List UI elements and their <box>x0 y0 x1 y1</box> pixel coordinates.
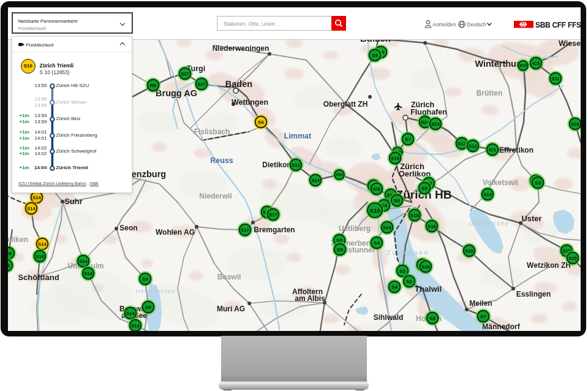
svg-text:IR35: IR35 <box>336 173 343 177</box>
svg-text:S14: S14 <box>79 259 88 264</box>
svg-text:S14: S14 <box>84 271 92 276</box>
svg-text:S24: S24 <box>431 121 440 127</box>
svg-text:S5: S5 <box>421 186 428 191</box>
svg-text:Sihlwald: Sihlwald <box>374 313 404 322</box>
svg-text:S14: S14 <box>27 206 36 211</box>
svg-text:Brütten: Brütten <box>477 89 503 97</box>
svg-text:S9: S9 <box>145 305 151 310</box>
svg-text:S12: S12 <box>469 143 477 149</box>
svg-text:S7: S7 <box>480 314 486 319</box>
svg-text:Muri AG: Muri AG <box>217 305 245 313</box>
svg-text:IC5: IC5 <box>532 61 540 66</box>
svg-text:Seon: Seon <box>119 224 137 232</box>
svg-text:Zürichsee: Zürichsee <box>386 249 429 256</box>
svg-text:Schöftland: Schöftland <box>18 273 59 282</box>
svg-text:S14: S14 <box>131 323 140 328</box>
svg-text:S7: S7 <box>405 137 411 142</box>
svg-text:S18: S18 <box>428 224 435 229</box>
svg-text:Suhr: Suhr <box>64 197 83 206</box>
svg-text:S17: S17 <box>241 227 249 233</box>
svg-text:S9: S9 <box>372 53 378 58</box>
svg-text:Uster: Uster <box>521 214 541 223</box>
svg-text:Effretikon: Effretikon <box>499 146 533 154</box>
svg-text:S6: S6 <box>258 120 264 125</box>
svg-text:S4: S4 <box>374 240 380 246</box>
svg-text:S24: S24 <box>383 225 391 230</box>
svg-text:Bremgarten: Bremgarten <box>254 226 295 234</box>
svg-text:Volketswil: Volketswil <box>483 178 518 187</box>
svg-text:S14: S14 <box>32 195 41 200</box>
svg-text:S14: S14 <box>483 192 492 197</box>
svg-text:S16: S16 <box>421 264 429 270</box>
svg-text:Baden: Baden <box>225 79 252 89</box>
svg-text:S14: S14 <box>126 311 135 316</box>
svg-text:S9: S9 <box>394 198 400 203</box>
svg-text:S8: S8 <box>8 251 12 256</box>
svg-text:Uetliberg: Uetliberg <box>339 224 371 233</box>
svg-text:Wettingen: Wettingen <box>232 98 268 107</box>
svg-text:Männedorf: Männedorf <box>482 322 520 331</box>
svg-text:S3: S3 <box>535 180 541 186</box>
svg-text:S4: S4 <box>391 284 398 290</box>
svg-text:S18: S18 <box>465 248 473 254</box>
svg-text:ICE: ICE <box>373 186 381 192</box>
svg-text:S9: S9 <box>142 276 148 282</box>
svg-text:S14: S14 <box>311 178 320 183</box>
svg-text:S14: S14 <box>36 254 44 259</box>
svg-text:Dietikon: Dietikon <box>262 161 291 169</box>
svg-text:S5: S5 <box>337 247 343 252</box>
svg-text:Thalwil: Thalwil <box>415 284 442 294</box>
svg-text:S18: S18 <box>410 213 418 218</box>
svg-text:S11: S11 <box>552 76 560 82</box>
svg-text:S8: S8 <box>429 316 435 321</box>
svg-text:Fislisbach: Fislisbach <box>194 127 230 136</box>
svg-text:Oberglatt ZH: Oberglatt ZH <box>323 100 368 108</box>
svg-text:enzburg: enzburg <box>132 169 166 179</box>
svg-text:IC1: IC1 <box>489 147 496 153</box>
svg-text:S12: S12 <box>458 141 466 146</box>
svg-text:Wohlen AG: Wohlen AG <box>156 228 195 237</box>
svg-text:S26: S26 <box>571 121 579 127</box>
svg-text:Niederweningen: Niederweningen <box>213 44 270 53</box>
svg-text:Wiese: Wiese <box>559 39 581 48</box>
svg-text:Greifensee: Greifensee <box>469 219 510 227</box>
svg-text:Winterthur: Winterthur <box>475 59 520 69</box>
svg-text:IR75: IR75 <box>519 64 527 67</box>
svg-text:Hallwilersee: Hallwilersee <box>135 287 176 294</box>
svg-text:Niederwil: Niederwil <box>199 192 232 200</box>
svg-text:Boswil: Boswil <box>217 273 241 281</box>
svg-text:ölliken: ölliken <box>8 235 28 244</box>
svg-text:S12: S12 <box>292 162 300 168</box>
svg-text:S14: S14 <box>38 241 47 247</box>
svg-text:S27: S27 <box>197 82 205 87</box>
svg-text:Reuss: Reuss <box>210 156 233 165</box>
svg-text:S17: S17 <box>269 212 277 218</box>
svg-text:Meilen: Meilen <box>469 299 492 308</box>
svg-text:S15: S15 <box>568 256 576 261</box>
svg-text:S2: S2 <box>406 279 412 284</box>
svg-text:am Albis: am Albis <box>295 294 325 303</box>
svg-text:S10: S10 <box>370 207 380 214</box>
svg-text:Limmat: Limmat <box>284 132 312 140</box>
svg-text:S15: S15 <box>391 156 399 161</box>
svg-text:Wetzikon ZH: Wetzikon ZH <box>527 261 571 270</box>
svg-text:Esslingen: Esslingen <box>516 290 551 298</box>
svg-text:Brugg AG: Brugg AG <box>156 88 197 98</box>
svg-text:S2: S2 <box>399 268 405 274</box>
svg-text:S27: S27 <box>181 71 189 77</box>
svg-text:RE: RE <box>149 83 157 88</box>
